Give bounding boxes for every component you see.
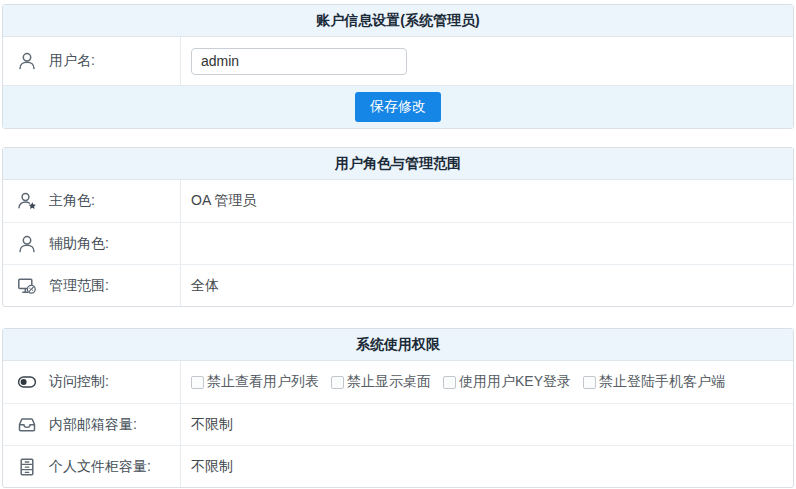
- table-row-aux-role: 辅助角色:: [3, 222, 793, 264]
- mailbox-quota-label-cell: 内部邮箱容量:: [3, 404, 181, 445]
- mailbox-quota-value: 不限制: [181, 404, 793, 445]
- scope-label-cell: 管理范围:: [3, 265, 181, 306]
- access-control-value-cell: 禁止查看用户列表 禁止显示桌面 使用用户KEY登录 禁止登陆手机客户端: [181, 361, 793, 403]
- user-icon: [17, 51, 37, 71]
- cabinet-quota-label: 个人文件柜容量:: [49, 458, 151, 476]
- no-desktop-label: 禁止显示桌面: [347, 373, 431, 391]
- access-control-label: 访问控制:: [49, 373, 109, 391]
- username-input[interactable]: [191, 48, 407, 75]
- save-button[interactable]: 保存修改: [355, 92, 441, 122]
- table-row-access-control: 访问控制: 禁止查看用户列表 禁止显示桌面 使用用户KEY登录 禁止登陆: [3, 361, 793, 403]
- user-icon: [17, 234, 37, 254]
- toggle-icon: [17, 372, 37, 392]
- table-row-main-role: 主角色: OA 管理员: [3, 180, 793, 222]
- username-value-cell: [181, 37, 793, 85]
- system-permissions-panel: 系统使用权限 访问控制: 禁止查看用户列表 禁止显示桌面: [2, 328, 794, 488]
- roles-scope-panel: 用户角色与管理范围 主角色: OA 管理员 辅助角色:: [2, 147, 794, 307]
- aux-role-label-cell: 辅助角色:: [3, 223, 181, 264]
- checkbox-item-no-userlist: 禁止查看用户列表: [191, 373, 319, 391]
- panel-title-account: 账户信息设置(系统管理员): [3, 5, 793, 37]
- scope-label: 管理范围:: [49, 277, 109, 295]
- panel-title-roles: 用户角色与管理范围: [3, 148, 793, 180]
- aux-role-label: 辅助角色:: [49, 235, 109, 253]
- panel-title-permissions: 系统使用权限: [3, 329, 793, 361]
- no-desktop-checkbox[interactable]: [331, 376, 344, 389]
- no-userlist-label: 禁止查看用户列表: [207, 373, 319, 391]
- account-footer-row: 保存修改: [3, 85, 793, 128]
- table-row-scope: 管理范围: 全体: [3, 264, 793, 306]
- checkbox-item-use-key: 使用用户KEY登录: [443, 373, 571, 391]
- access-control-label-cell: 访问控制:: [3, 361, 181, 403]
- user-star-icon: [17, 191, 37, 211]
- table-row-username: 用户名:: [3, 37, 793, 85]
- table-row-mailbox-quota: 内部邮箱容量: 不限制: [3, 403, 793, 445]
- scope-value: 全体: [181, 265, 793, 306]
- username-label: 用户名:: [49, 52, 95, 70]
- cabinet-quota-value: 不限制: [181, 446, 793, 487]
- use-key-label: 使用用户KEY登录: [459, 373, 571, 391]
- cabinet-quota-label-cell: 个人文件柜容量:: [3, 446, 181, 487]
- main-role-value: OA 管理员: [181, 180, 793, 222]
- account-settings-panel: 账户信息设置(系统管理员) 用户名: 保存修改: [2, 4, 794, 129]
- use-key-checkbox[interactable]: [443, 376, 456, 389]
- access-control-options: 禁止查看用户列表 禁止显示桌面 使用用户KEY登录 禁止登陆手机客户端: [191, 373, 725, 391]
- main-role-label: 主角色:: [49, 192, 95, 210]
- aux-role-value: [181, 223, 793, 264]
- file-cabinet-icon: [17, 457, 37, 477]
- mail-inbox-icon: [17, 415, 37, 435]
- no-mobile-label: 禁止登陆手机客户端: [599, 373, 725, 391]
- checkbox-item-no-desktop: 禁止显示桌面: [331, 373, 431, 391]
- no-userlist-checkbox[interactable]: [191, 376, 204, 389]
- mailbox-quota-label: 内部邮箱容量:: [49, 416, 137, 434]
- table-row-cabinet-quota: 个人文件柜容量: 不限制: [3, 445, 793, 487]
- main-role-label-cell: 主角色:: [3, 180, 181, 222]
- monitor-globe-icon: [17, 276, 37, 296]
- no-mobile-checkbox[interactable]: [583, 376, 596, 389]
- username-label-cell: 用户名:: [3, 37, 181, 85]
- checkbox-item-no-mobile: 禁止登陆手机客户端: [583, 373, 725, 391]
